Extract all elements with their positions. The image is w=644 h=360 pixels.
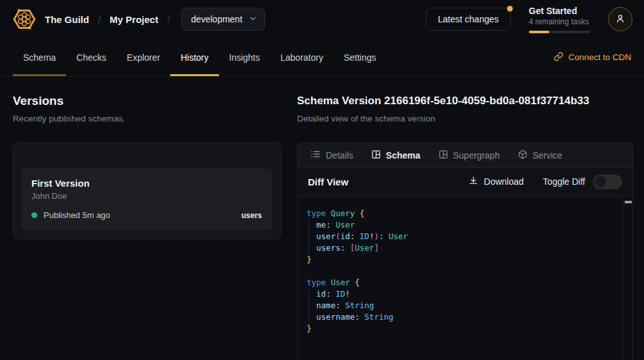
published-status-dot [31,212,37,218]
person-icon [615,13,626,26]
version-status: Published 5m ago [44,210,110,220]
notification-dot [507,6,513,12]
get-started-subtitle: 4 remaining tasks [529,17,590,27]
schema-view-tabs: Details Schema [298,143,632,168]
nav-tab-settings[interactable]: Settings [334,38,387,76]
environment-select[interactable]: development [181,8,264,31]
tab-service[interactable]: Service [509,143,572,167]
version-detail-title: Schema Version 2166196f-5e10-4059-bd0a-0… [297,93,633,109]
breadcrumb: The Guild / My Project / development [45,8,265,31]
environment-select-value: development [191,14,242,24]
cube-icon [518,150,527,161]
latest-changes-label: Latest changes [438,14,499,24]
main-content: Versions Recently published schemas. Fir… [0,77,644,360]
code-scrollbar[interactable] [624,196,632,360]
toggle-diff-label: Toggle Diff [543,176,585,187]
hive-logo-icon[interactable] [12,6,37,32]
tab-supergraph[interactable]: Supergraph [430,143,509,167]
link-icon [554,52,563,63]
get-started-title: Get Started [529,6,590,17]
nav-tab-history[interactable]: History [170,38,219,76]
version-author: John Doe [31,191,262,201]
main-nav: Schema Checks Explorer History Insights … [0,38,644,77]
download-button[interactable]: Download [469,176,524,187]
user-avatar-button[interactable] [608,7,632,31]
connect-to-cdn-link[interactable]: Connect to CDN [554,52,631,63]
versions-subtitle: Recently published schemas. [13,113,282,124]
versions-title: Versions [13,93,282,109]
nav-tab-explorer[interactable]: Explorer [117,38,170,76]
version-detail-subtitle: Detailed view of the schema version [297,113,633,124]
schema-view-panel: Details Schema [297,143,633,360]
layout-columns-icon [439,150,448,161]
get-started-progress-fill [529,31,549,33]
toggle-diff-switch[interactable] [593,175,622,189]
version-detail-panel: Schema Version 2166196f-5e10-4059-bd0a-0… [297,93,633,360]
diff-view-title: Diff View [308,176,348,187]
diff-view-toolbar: Diff View Download Toggle Diff [298,168,632,196]
nav-tabs: Schema Checks Explorer History Insights … [13,38,387,76]
service-badge: users [241,211,262,220]
breadcrumb-separator: / [167,14,170,25]
download-icon [469,176,478,187]
versions-panel: Versions Recently published schemas. Fir… [13,93,282,360]
scrollbar-thumb[interactable] [625,201,632,203]
switch-knob [595,176,606,187]
nav-tab-checks[interactable]: Checks [66,38,117,76]
code-block[interactable]: type Query { me: User user(id: ID!): Use… [298,196,624,360]
tab-schema[interactable]: Schema [362,143,430,167]
version-name: First Version [31,177,262,189]
top-header: The Guild / My Project / development Lat… [0,0,644,38]
breadcrumb-project[interactable]: My Project [109,14,158,25]
nav-tab-insights[interactable]: Insights [219,38,270,76]
breadcrumb-org[interactable]: The Guild [45,14,89,25]
breadcrumb-separator: / [98,14,101,25]
get-started-progressbar [529,31,590,33]
header-actions: Latest changes Get Started 4 remaining t… [426,6,632,33]
schema-code-viewer: type Query { me: User user(id: ID!): Use… [298,196,632,360]
chevron-down-icon [249,14,257,24]
list-icon [310,149,321,161]
layout-columns-icon [371,150,381,161]
get-started-widget[interactable]: Get Started 4 remaining tasks [529,6,590,33]
version-list-item[interactable]: First Version John Doe Published 5m ago … [21,168,272,230]
latest-changes-button[interactable]: Latest changes [426,8,511,31]
nav-tab-laboratory[interactable]: Laboratory [270,38,334,76]
nav-tab-schema[interactable]: Schema [13,38,66,76]
tab-details[interactable]: Details [302,143,362,167]
versions-list: First Version John Doe Published 5m ago … [13,142,282,240]
app-window: The Guild / My Project / development Lat… [0,0,644,360]
